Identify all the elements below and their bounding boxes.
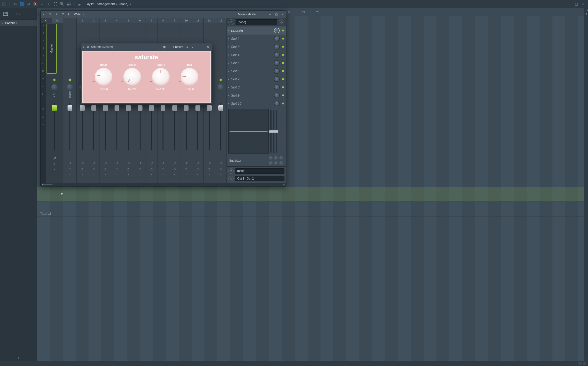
- gear-icon[interactable]: ⚙: [87, 45, 89, 49]
- chevron-right-icon[interactable]: ▸: [586, 12, 588, 15]
- route-arrow-icon[interactable]: △: [69, 178, 71, 182]
- mic-icon[interactable]: 🎤: [104, 162, 107, 165]
- input-select[interactable]: [235, 168, 284, 174]
- mixer-width-label[interactable]: Wide: [74, 13, 80, 16]
- play-icon[interactable]: ▸: [43, 12, 47, 16]
- mic-icon[interactable]: 🎤: [127, 162, 130, 165]
- route-arrow-icon[interactable]: △: [208, 178, 210, 182]
- enable-led-icon[interactable]: [69, 79, 71, 81]
- clock-icon[interactable]: ◔: [69, 168, 71, 171]
- clock-icon[interactable]: ◔: [116, 168, 118, 171]
- stop-icon[interactable]: ▮: [68, 12, 71, 16]
- dot-icon[interactable]: •: [117, 173, 118, 176]
- presets-label[interactable]: Presets: [173, 45, 183, 49]
- dot-icon[interactable]: •: [105, 173, 106, 176]
- clock-icon[interactable]: ◔: [220, 168, 222, 171]
- swap-arrows-icon[interactable]: ▴▾◂▸: [46, 93, 63, 98]
- enable-led-icon[interactable]: [282, 46, 284, 48]
- eq-band-slider[interactable]: [270, 110, 272, 153]
- fx-slot[interactable]: ▸Slot 7: [227, 75, 286, 83]
- headphones-icon[interactable]: 🎧: [2, 2, 6, 6]
- insert-fader[interactable]: [138, 105, 142, 111]
- wet-knob[interactable]: [274, 60, 280, 66]
- enable-led-icon[interactable]: [282, 54, 284, 56]
- speaker-icon[interactable]: 🔈: [78, 2, 82, 6]
- fx-slot[interactable]: ▸Slot 4: [227, 51, 286, 59]
- clock-icon[interactable]: ◔: [53, 163, 56, 166]
- enable-led-icon[interactable]: [282, 103, 284, 104]
- chevron-right-icon[interactable]: ▸: [83, 12, 87, 16]
- clock-icon[interactable]: ◔: [173, 168, 176, 171]
- enable-led-icon[interactable]: [282, 70, 284, 72]
- mic-icon[interactable]: 🎤: [115, 162, 119, 165]
- mixer-maximize-button[interactable]: ▢: [274, 13, 278, 16]
- breadcrumb[interactable]: Playlist - Arrangement ▸ (none) ▸: [85, 2, 132, 6]
- dot-icon[interactable]: •: [151, 173, 152, 176]
- route-arrow-icon[interactable]: △: [185, 178, 187, 182]
- track-row[interactable]: [37, 187, 584, 202]
- fx-slot[interactable]: ▸Slot 9: [227, 91, 286, 99]
- add-pattern-button[interactable]: ＋: [0, 355, 37, 361]
- clock-icon[interactable]: ◔: [197, 168, 199, 171]
- clock-icon[interactable]: ◔: [228, 168, 234, 174]
- dot-icon[interactable]: •: [93, 173, 94, 176]
- dot-icon[interactable]: •: [82, 173, 83, 176]
- mixer-hscroll[interactable]: ◂ ▸: [40, 183, 286, 186]
- track-row[interactable]: Track 13: [37, 202, 584, 216]
- dot-icon[interactable]: •: [54, 168, 55, 171]
- flag-icon[interactable]: ⚑: [62, 12, 65, 16]
- insert-fader[interactable]: [207, 105, 212, 111]
- insert-track[interactable]: 13🎤◔•△: [215, 18, 227, 183]
- route-arrow-icon[interactable]: △: [197, 178, 199, 182]
- preset-prev-button[interactable]: ◂: [185, 45, 189, 49]
- preset-next-button[interactable]: ▸: [191, 45, 195, 49]
- clock-icon[interactable]: ◔: [139, 168, 141, 171]
- fx-slot[interactable]: ▸Slot 10: [227, 99, 286, 107]
- insert-fader[interactable]: [126, 105, 131, 111]
- eq-knob[interactable]: [279, 156, 283, 160]
- insert-fader[interactable]: [91, 105, 96, 111]
- preset-select[interactable]: [235, 19, 277, 25]
- output-icon[interactable]: ↳: [228, 176, 234, 181]
- eq-knob[interactable]: [274, 156, 278, 160]
- enable-led-icon[interactable]: [282, 86, 284, 88]
- swap-arrows-icon[interactable]: ▴▾◂▸: [63, 93, 76, 98]
- clock-icon[interactable]: ◔: [279, 19, 284, 25]
- enable-led-icon[interactable]: [282, 62, 284, 64]
- mixer-cm-tabs[interactable]: C M: [40, 18, 63, 23]
- enable-led-icon[interactable]: [282, 30, 284, 31]
- mixer-minimize-button[interactable]: ─: [268, 13, 272, 16]
- pan-knob[interactable]: [218, 84, 224, 90]
- tab-m[interactable]: M: [52, 18, 63, 23]
- ban-icon[interactable]: ⊘: [26, 2, 31, 6]
- fx-slot[interactable]: ▸Slot 6: [227, 67, 286, 75]
- chevron-right-icon[interactable]: ▸: [228, 102, 230, 105]
- crush-knob[interactable]: [123, 68, 141, 86]
- eq-knob[interactable]: [274, 161, 278, 166]
- route-arrow-icon[interactable]: △: [174, 178, 176, 182]
- insert-fader[interactable]: [80, 105, 85, 111]
- pattern-item[interactable]: Pattern 1: [0, 20, 37, 26]
- playlist-vscroll[interactable]: ◂ ▸ ▾: [584, 8, 588, 361]
- eq-knob[interactable]: [269, 161, 273, 166]
- plugin-minimize-button[interactable]: ─: [200, 45, 204, 49]
- dot-icon[interactable]: •: [70, 173, 71, 176]
- mic-icon[interactable]: 🎤: [92, 162, 95, 165]
- grid-icon[interactable]: ▦: [163, 45, 166, 49]
- mic-icon[interactable]: 🎤: [219, 162, 222, 165]
- chevron-right-icon[interactable]: ▸: [228, 70, 230, 72]
- zoom-icon[interactable]: 🔍: [60, 2, 64, 6]
- output-knob[interactable]: [152, 68, 170, 86]
- dot-icon[interactable]: •: [186, 173, 187, 176]
- enable-led-icon[interactable]: [282, 78, 284, 80]
- eq-knob[interactable]: [279, 161, 283, 166]
- eq-knob[interactable]: [269, 156, 273, 160]
- master-fader[interactable]: [52, 105, 57, 111]
- tab-c[interactable]: C: [40, 18, 52, 23]
- mic-icon[interactable]: 🎤: [161, 162, 165, 165]
- wet-knob[interactable]: [274, 84, 280, 90]
- master-track[interactable]: Master ▴▾◂▸ 🎤 ◔ •: [46, 23, 63, 183]
- pan-knob[interactable]: [51, 84, 57, 90]
- cursor-icon[interactable]: ⌖: [47, 2, 51, 6]
- clock-icon[interactable]: ◔: [208, 168, 211, 171]
